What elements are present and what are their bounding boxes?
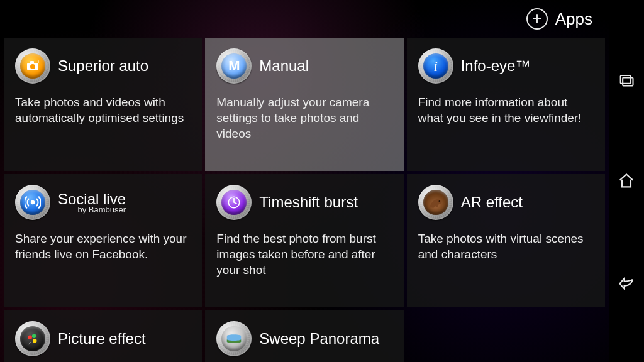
mode-tile-manual[interactable]: M Manual Manually adjust your camera set… — [205, 38, 403, 171]
dinosaur-icon — [418, 185, 453, 220]
svg-text:+: + — [37, 60, 40, 64]
mode-tile-social-live[interactable]: Social live by Bambuser Share your exper… — [4, 174, 202, 307]
mode-tile-ar-effect[interactable]: AR effect Take photos with virtual scene… — [407, 174, 605, 307]
mode-title: Sweep Panorama — [259, 330, 379, 348]
svg-point-1 — [30, 64, 35, 69]
mode-tile-superior-auto[interactable]: + Superior auto Take photos and videos w… — [4, 38, 202, 171]
mode-title: AR effect — [461, 194, 523, 211]
manual-m-icon: M — [216, 48, 252, 84]
header: Apps — [0, 0, 609, 38]
recent-apps-button[interactable] — [614, 67, 639, 92]
svg-point-6 — [438, 200, 440, 202]
mode-description: Find more information about what you see… — [418, 94, 594, 126]
mode-tile-info-eye[interactable]: i Info-eye™ Find more information about … — [407, 38, 605, 171]
mode-title: Info-eye™ — [461, 57, 531, 75]
mode-title: Picture effect — [58, 330, 146, 348]
mode-title: Manual — [259, 57, 309, 75]
clock-burst-icon — [216, 185, 252, 220]
mode-description: Manually adjust your camera settings to … — [216, 94, 392, 141]
mode-tile-timeshift-burst[interactable]: Timeshift burst Find the best photo from… — [205, 174, 403, 307]
info-i-icon: i — [418, 48, 453, 84]
svg-point-4 — [31, 200, 35, 205]
mode-description: Take photos and videos with automaticall… — [15, 94, 191, 126]
apps-label: Apps — [555, 9, 592, 29]
mode-tile-sweep-panorama[interactable]: Sweep Panorama — [205, 310, 403, 362]
system-navbar — [609, 0, 644, 362]
plus-circle-icon — [526, 8, 548, 30]
home-button[interactable] — [614, 168, 639, 194]
back-button[interactable] — [614, 270, 639, 295]
mode-grid: + Superior auto Take photos and videos w… — [4, 38, 605, 362]
mode-description: Share your experience with your friends … — [15, 231, 191, 262]
add-apps-button[interactable]: Apps — [526, 8, 592, 30]
svg-point-9 — [33, 339, 37, 343]
palette-icon — [15, 321, 50, 356]
mode-grid-viewport[interactable]: + Superior auto Take photos and videos w… — [4, 38, 605, 362]
svg-point-7 — [28, 336, 32, 340]
mode-tile-picture-effect[interactable]: Picture effect — [4, 310, 202, 362]
svg-point-8 — [32, 334, 36, 338]
mode-title: Timeshift burst — [259, 194, 357, 211]
mode-description: Take photos with virtual scenes and char… — [418, 231, 594, 262]
broadcast-icon — [15, 185, 50, 220]
mode-description: Find the best photo from burst images ta… — [216, 231, 392, 278]
mode-subtitle: by Bambuser — [58, 205, 126, 214]
camera-mode-picker: Apps + Superior auto Take photos and vid… — [0, 0, 609, 362]
svg-rect-2 — [30, 61, 34, 63]
camera-plus-icon: + — [15, 48, 50, 84]
mode-title: Superior auto — [58, 57, 148, 75]
panorama-icon — [216, 321, 252, 356]
